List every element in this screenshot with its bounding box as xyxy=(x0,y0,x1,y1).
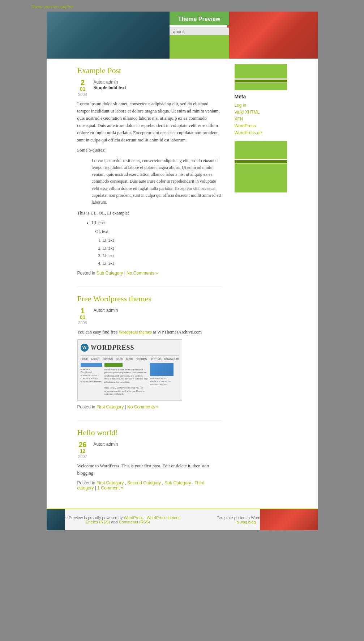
sidebar-link-wpde[interactable]: WordPress.de xyxy=(235,130,262,135)
li-item-1: Li text xyxy=(103,237,222,244)
post-month-2: 01 xyxy=(77,314,88,320)
footer-img-right xyxy=(260,509,318,530)
post-subtitle: Simple bold text xyxy=(94,85,126,90)
post-footer-wordpress: Posted in First Category | No Comments » xyxy=(77,404,222,409)
post-footer-hello: Posted in First Category , Second Catego… xyxy=(77,480,222,491)
sidebar-meta-item-xfn: XFN xyxy=(235,116,287,122)
footer-img-left xyxy=(47,509,65,530)
li-item-3: Li text xyxy=(103,252,222,259)
footer-wp-link[interactable]: WordPress xyxy=(124,515,143,520)
sidebar-green-lower xyxy=(235,141,287,192)
footer-right-link[interactable]: a wpg blog xyxy=(236,520,256,524)
content-area: Example Post 2 01 2008 Autor: admin Simp… xyxy=(47,59,318,509)
post-month-3: 12 xyxy=(77,448,88,454)
post-category-sub-3[interactable]: Sub Category xyxy=(164,480,191,485)
wp-logo-text: WORDPRESS xyxy=(91,343,134,353)
site-wrapper: Theme Preview about Example Post 2 01 20… xyxy=(47,12,318,530)
post-year-2: 2008 xyxy=(77,320,88,325)
post-no-comments-2[interactable]: No Comments » xyxy=(127,404,159,409)
ul-item: UL text xyxy=(92,220,222,226)
sidebar-link-xhtml[interactable]: Valid XHTML xyxy=(235,110,260,115)
post-content-wordpress: You can easy find free Wordpress themes … xyxy=(77,328,222,401)
post-date-hello: 26 12 2007 xyxy=(77,441,88,459)
footer-comments-link[interactable]: Comments (RSS) xyxy=(119,520,150,524)
header-title-bar: Theme Preview xyxy=(170,12,229,25)
post-example: Example Post 2 01 2008 Autor: admin Simp… xyxy=(77,66,222,276)
post-meta-hello: 26 12 2007 Autor: admin xyxy=(77,441,222,459)
post-hello: Hello world! 26 12 2007 Autor: admin Wel… xyxy=(77,428,222,491)
post-category-sub[interactable]: Sub Category xyxy=(97,271,123,276)
divider-1 xyxy=(77,286,222,287)
header-green-block xyxy=(170,35,229,59)
post-meta-example: 2 01 2008 Autor: admin Simple bold text xyxy=(77,79,222,97)
post-author-example: Autor: admin Simple bold text xyxy=(94,79,126,97)
nav-about[interactable]: about xyxy=(170,28,229,36)
post-footer-example: Posted in Sub Category | No Comments » xyxy=(77,271,222,276)
sidebar-link-xfn[interactable]: XFN xyxy=(235,116,243,122)
post-content-example: Lorem ipsum dolor sit amet, consectetur … xyxy=(77,100,222,267)
wordpress-screenshot: W WORDPRESS HOME ABOUT EXTEND DOCS BLOG … xyxy=(77,339,182,401)
li-item-4: Li text xyxy=(103,260,222,267)
sidebar-meta-item-xhtml: Valid XHTML xyxy=(235,109,287,115)
post-meta-wordpress: 1 01 2008 Autor: admin xyxy=(77,307,222,325)
post-category-first-3[interactable]: First Category xyxy=(97,480,124,485)
post-day-2: 1 xyxy=(77,307,88,314)
post-category-second[interactable]: Second Category xyxy=(127,480,161,485)
post-year: 2008 xyxy=(77,92,88,97)
navigation-bar: about xyxy=(170,27,229,36)
post-blockquote: Lorem ipsum dolor sit amet, consectetur … xyxy=(88,157,222,206)
sidebar-meta-item-login: Log in xyxy=(235,102,287,108)
post-date-example: 2 01 2008 xyxy=(77,79,88,97)
wp-logo-circle: W xyxy=(81,344,89,352)
divider-2 xyxy=(77,420,222,421)
post-title-wordpress: Free Wordpress themes xyxy=(77,294,222,303)
sidebar-green-2 xyxy=(235,83,287,90)
wp-screenshot-img xyxy=(150,363,174,376)
sidebar: Meta Log in Valid XHTML XFN WordPress xyxy=(231,59,291,509)
post-date-wordpress: 1 01 2008 xyxy=(77,307,88,325)
sidebar-meta-item-wpde: WordPress.de xyxy=(235,130,287,136)
post-title-hello: Hello world! xyxy=(77,428,222,437)
post-no-comments[interactable]: No Comments » xyxy=(127,271,158,276)
sidebar-meta-section: Meta Log in Valid XHTML XFN WordPress xyxy=(235,94,287,136)
footer-themes-link[interactable]: WordPress themes xyxy=(147,515,180,520)
site-header: Theme Preview about xyxy=(47,12,318,59)
wp-nav-bar: HOME ABOUT EXTEND DOCS BLOG FORUMS HOSTI… xyxy=(81,357,179,361)
post-title-example: Example Post xyxy=(77,66,222,75)
header-bg-left xyxy=(47,12,170,59)
post-author-wordpress: Autor: admin xyxy=(94,307,118,313)
post-day: 2 xyxy=(77,79,88,86)
sidebar-green-1 xyxy=(235,64,287,78)
li-item-2: Li text xyxy=(103,245,222,252)
post-wordpress: Free Wordpress themes 1 01 2008 Autor: a… xyxy=(77,294,222,409)
header-bg-right xyxy=(227,12,318,59)
footer-rss-link[interactable]: Entries (RSS) xyxy=(86,520,110,524)
sidebar-link-login[interactable]: Log in xyxy=(235,103,247,108)
post-content-hello: Welcome to WordPress. This is your first… xyxy=(77,462,222,477)
post-year-3: 2007 xyxy=(77,454,88,459)
footer-left-text: Theme Preview is proudly powered by Word… xyxy=(54,515,182,524)
site-tagline: Theme preview tagline xyxy=(0,0,364,12)
post-month: 01 xyxy=(77,86,88,92)
sidebar-meta-title: Meta xyxy=(235,94,287,99)
sidebar-dark-green xyxy=(235,80,287,82)
tagline-text: Theme preview tagline xyxy=(31,4,73,9)
site-footer: Theme Preview is proudly powered by Word… xyxy=(47,509,318,530)
sidebar-meta-item-wp: WordPress xyxy=(235,123,287,129)
sidebar-meta-list: Log in Valid XHTML XFN WordPress WordPre… xyxy=(235,102,287,136)
post-category-first[interactable]: First Category xyxy=(97,404,124,409)
post-author-hello: Autor: admin xyxy=(94,441,118,447)
sidebar-link-wp[interactable]: WordPress xyxy=(235,123,256,128)
post-comments-hello[interactable]: 1 Comment » xyxy=(97,485,123,491)
wp-content-grid: a) What is WordPress?b) How do I use it?… xyxy=(81,363,179,396)
main-content: Example Post 2 01 2008 Autor: admin Simp… xyxy=(47,59,231,509)
post-day-3: 26 xyxy=(77,441,88,448)
wp-themes-link[interactable]: Wordpress themes xyxy=(119,330,152,335)
site-title: Theme Preview xyxy=(173,16,226,22)
